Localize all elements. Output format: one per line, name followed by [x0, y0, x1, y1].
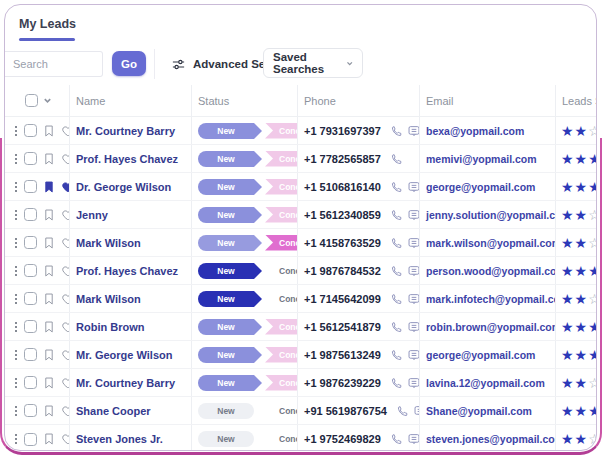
status-concept-badge[interactable]: Concept: [265, 375, 297, 391]
status-concept-badge[interactable]: Concept: [265, 263, 297, 279]
email[interactable]: Shane@yopmail.com: [426, 405, 532, 417]
heart-icon[interactable]: [61, 208, 69, 222]
heart-icon[interactable]: [61, 152, 69, 166]
email[interactable]: lavina.12@yopmail.com: [426, 377, 545, 389]
status-new-badge[interactable]: New: [198, 431, 254, 447]
status-pipeline[interactable]: New Concept: [191, 397, 297, 424]
kebab-menu-icon[interactable]: [13, 208, 19, 222]
call-icon[interactable]: [390, 236, 404, 250]
status-pipeline[interactable]: New Concept: [191, 201, 297, 228]
star-icon[interactable]: ★: [561, 320, 574, 334]
bookmark-icon[interactable]: [42, 264, 56, 278]
status-pipeline[interactable]: New Concept: [191, 173, 297, 200]
bookmark-icon[interactable]: [42, 292, 56, 306]
call-icon[interactable]: [390, 432, 404, 446]
email[interactable]: mark.wilson@yopmail.com: [426, 237, 555, 249]
message-icon[interactable]: [407, 376, 419, 390]
lead-name[interactable]: Shane Cooper: [76, 405, 151, 417]
status-new-badge[interactable]: New: [198, 123, 254, 139]
row-checkbox[interactable]: [24, 348, 37, 361]
email[interactable]: jenny.solution@yopmail.com: [426, 209, 555, 221]
status-new-badge[interactable]: New: [198, 151, 254, 167]
lead-name[interactable]: Mr. Courtney Barry: [76, 125, 175, 137]
kebab-menu-icon[interactable]: [13, 348, 19, 362]
star-icon[interactable]: ★: [575, 152, 588, 166]
star-icon[interactable]: ★: [588, 180, 596, 194]
star-icon[interactable]: ☆: [588, 292, 596, 306]
header-name[interactable]: Name: [69, 85, 191, 116]
kebab-menu-icon[interactable]: [13, 264, 19, 278]
call-icon[interactable]: [396, 404, 410, 418]
status-new-badge[interactable]: New: [198, 207, 254, 223]
email[interactable]: bexa@yopmail.com: [426, 125, 524, 137]
go-button[interactable]: Go: [112, 51, 146, 76]
header-status[interactable]: Status: [191, 85, 297, 116]
star-icon[interactable]: ★: [561, 376, 574, 390]
status-pipeline[interactable]: New Concept: [191, 341, 297, 368]
kebab-menu-icon[interactable]: [13, 432, 19, 446]
star-icon[interactable]: ★: [561, 432, 574, 446]
heart-icon[interactable]: [61, 180, 69, 194]
email[interactable]: robin.brown@yopmail.com: [426, 321, 555, 333]
bookmark-icon[interactable]: [42, 124, 56, 138]
star-icon[interactable]: ★: [575, 404, 588, 418]
status-concept-badge[interactable]: Concept: [265, 123, 297, 139]
status-concept-badge[interactable]: Concept: [265, 207, 297, 223]
bookmark-icon[interactable]: [42, 152, 56, 166]
status-new-badge[interactable]: New: [198, 263, 254, 279]
bookmark-icon[interactable]: [42, 320, 56, 334]
call-icon[interactable]: [390, 152, 404, 166]
header-leads-score[interactable]: Leads Score: [555, 85, 596, 116]
bookmark-icon[interactable]: [42, 236, 56, 250]
status-pipeline[interactable]: New Concept: [191, 257, 297, 284]
star-icon[interactable]: ★: [575, 236, 588, 250]
star-icon[interactable]: ★: [588, 404, 596, 418]
star-icon[interactable]: ★: [575, 208, 588, 222]
status-new-badge[interactable]: New: [198, 347, 254, 363]
bookmark-icon[interactable]: [42, 208, 56, 222]
heart-icon[interactable]: [61, 432, 69, 446]
message-icon[interactable]: [407, 320, 419, 334]
heart-icon[interactable]: [61, 376, 69, 390]
email[interactable]: steven.jones@yopmail.com: [426, 433, 555, 445]
status-pipeline[interactable]: New Concept: [191, 425, 297, 451]
row-checkbox[interactable]: [24, 264, 37, 277]
message-icon[interactable]: [407, 124, 419, 138]
kebab-menu-icon[interactable]: [13, 236, 19, 250]
star-icon[interactable]: ★: [588, 348, 596, 362]
row-checkbox[interactable]: [24, 292, 37, 305]
header-email[interactable]: Email: [419, 85, 555, 116]
status-concept-badge[interactable]: Concept: [265, 179, 297, 195]
star-icon[interactable]: ☆: [588, 124, 596, 138]
bookmark-icon[interactable]: [42, 376, 56, 390]
bookmark-icon[interactable]: [42, 180, 56, 194]
star-icon[interactable]: ★: [575, 432, 588, 446]
status-pipeline[interactable]: New Concept: [191, 369, 297, 396]
saved-searches-dropdown[interactable]: Saved Searches: [263, 48, 363, 78]
lead-name[interactable]: Dr. George Wilson: [76, 181, 171, 193]
message-icon[interactable]: [407, 348, 419, 362]
star-icon[interactable]: ★: [561, 208, 574, 222]
email[interactable]: george@yopmail.com: [426, 181, 535, 193]
star-icon[interactable]: ☆: [588, 208, 596, 222]
status-pipeline[interactable]: New Concept: [191, 229, 297, 256]
heart-icon[interactable]: [61, 348, 69, 362]
message-icon[interactable]: [407, 432, 419, 446]
star-icon[interactable]: ★: [588, 320, 596, 334]
status-concept-badge[interactable]: Concept: [265, 403, 297, 419]
call-icon[interactable]: [390, 124, 404, 138]
status-new-badge[interactable]: New: [198, 403, 254, 419]
lead-name[interactable]: Mark Wilson: [76, 293, 141, 305]
star-icon[interactable]: ★: [575, 348, 588, 362]
select-menu-chevron-icon[interactable]: [43, 96, 52, 105]
kebab-menu-icon[interactable]: [13, 376, 19, 390]
star-icon[interactable]: ☆: [588, 376, 596, 390]
kebab-menu-icon[interactable]: [13, 124, 19, 138]
star-icon[interactable]: ★: [561, 152, 574, 166]
star-icon[interactable]: ★: [561, 236, 574, 250]
status-new-badge[interactable]: New: [198, 179, 254, 195]
status-pipeline[interactable]: New Concept: [191, 313, 297, 340]
row-checkbox[interactable]: [24, 433, 37, 446]
row-checkbox[interactable]: [24, 180, 37, 193]
bookmark-icon[interactable]: [42, 432, 56, 446]
